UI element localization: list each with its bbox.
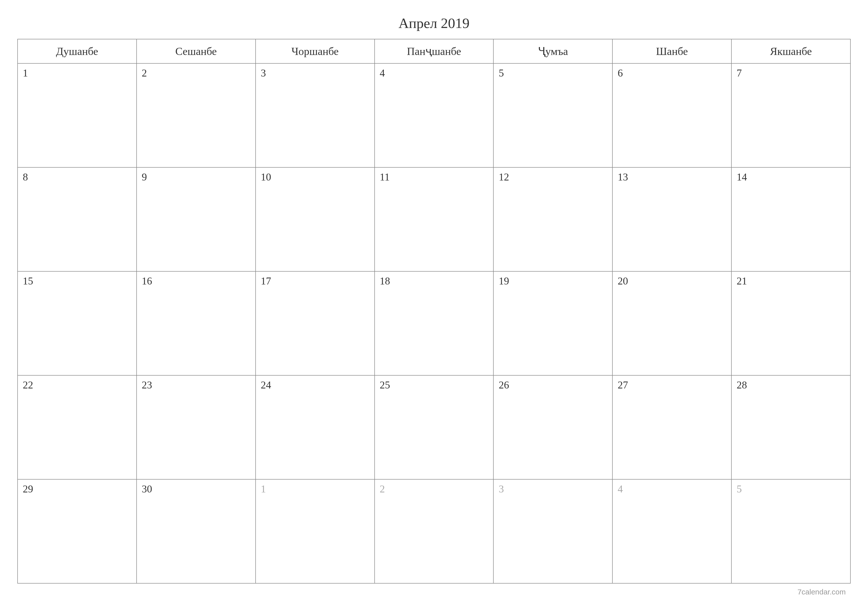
calendar-day: 7 [732, 64, 851, 167]
calendar-day: 27 [612, 375, 732, 479]
weekday-header: Шанбе [612, 39, 732, 64]
calendar-day: 12 [493, 167, 612, 271]
calendar-day: 11 [375, 167, 494, 271]
calendar-day: 26 [493, 375, 612, 479]
calendar-day: 6 [612, 64, 732, 167]
calendar-day: 13 [612, 167, 732, 271]
calendar-day: 5 [493, 64, 612, 167]
calendar-day: 19 [493, 271, 612, 375]
weekday-header: Сешанбе [136, 39, 256, 64]
calendar-day: 14 [732, 167, 851, 271]
calendar-day: 2 [136, 64, 256, 167]
calendar-day: 23 [136, 375, 256, 479]
calendar-week: 22 23 24 25 26 27 28 [17, 375, 851, 479]
weekday-header: Душанбе [17, 39, 136, 64]
footer-credit: 7calendar.com [797, 588, 846, 596]
weekday-header: Чоршанбе [256, 39, 375, 64]
weekday-header: Ҷумъа [493, 39, 612, 64]
calendar-day: 28 [732, 375, 851, 479]
calendar-day: 4 [375, 64, 494, 167]
calendar-day: 30 [136, 479, 256, 583]
weekday-header: Якшанбе [732, 39, 851, 64]
calendar-week: 8 9 10 11 12 13 14 [17, 167, 851, 271]
calendar-day: 15 [17, 271, 136, 375]
calendar-day-other-month: 5 [732, 479, 851, 583]
calendar-day: 16 [136, 271, 256, 375]
calendar-day: 1 [17, 64, 136, 167]
calendar-day-other-month: 3 [493, 479, 612, 583]
calendar-day: 3 [256, 64, 375, 167]
calendar-day: 8 [17, 167, 136, 271]
calendar-day-other-month: 1 [256, 479, 375, 583]
calendar-day: 18 [375, 271, 494, 375]
weekday-row: Душанбе Сешанбе Чоршанбе Панҷшанбе Ҷумъа… [17, 39, 851, 64]
calendar-day: 17 [256, 271, 375, 375]
calendar-day: 9 [136, 167, 256, 271]
calendar-week: 1 2 3 4 5 6 7 [17, 64, 851, 167]
calendar-day: 21 [732, 271, 851, 375]
calendar-day: 25 [375, 375, 494, 479]
calendar-day-other-month: 4 [612, 479, 732, 583]
calendar-week: 15 16 17 18 19 20 21 [17, 271, 851, 375]
calendar-title: Апрел 2019 [17, 15, 851, 31]
calendar-day: 24 [256, 375, 375, 479]
weekday-header: Панҷшанбе [375, 39, 494, 64]
calendar-day-other-month: 2 [375, 479, 494, 583]
calendar-body: 1 2 3 4 5 6 7 8 9 10 11 12 13 14 15 16 1… [17, 64, 851, 583]
calendar-day: 10 [256, 167, 375, 271]
calendar-table: Душанбе Сешанбе Чоршанбе Панҷшанбе Ҷумъа… [17, 39, 851, 584]
calendar-day: 29 [17, 479, 136, 583]
calendar-week: 29 30 1 2 3 4 5 [17, 479, 851, 583]
calendar-day: 20 [612, 271, 732, 375]
calendar-day: 22 [17, 375, 136, 479]
